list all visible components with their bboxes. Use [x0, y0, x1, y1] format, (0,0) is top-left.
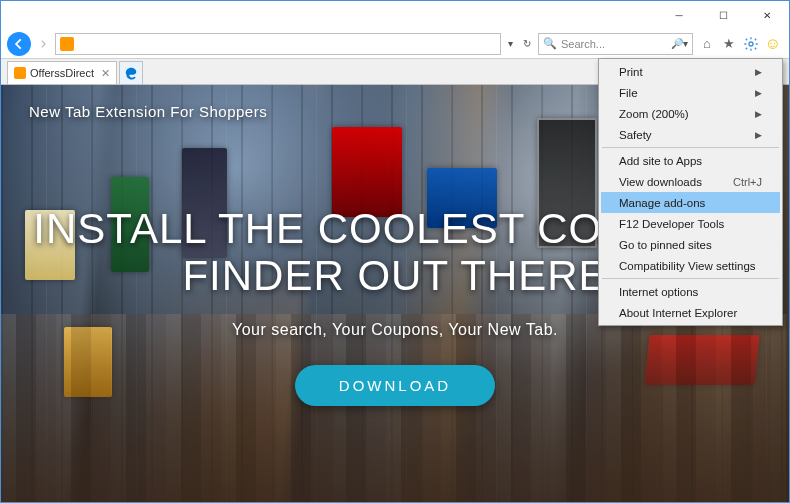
site-favicon: [60, 37, 74, 51]
navigation-bar: ▾ ↻ 🔍 Search... 🔎▾ ⌂ ★ ☺ Print▶ File▶ Zo…: [1, 29, 789, 59]
menu-f12-developer-tools[interactable]: F12 Developer Tools: [601, 213, 780, 234]
refresh-button[interactable]: ↻: [520, 38, 534, 49]
menu-zoom[interactable]: Zoom (200%)▶: [601, 103, 780, 124]
window-titlebar: ─ ☐ ✕: [1, 1, 789, 29]
menu-about-internet-explorer[interactable]: About Internet Explorer: [601, 302, 780, 323]
search-dropdown-icon[interactable]: 🔎▾: [671, 38, 688, 49]
edge-icon: [124, 66, 138, 80]
tab-title: OfferssDirect: [30, 67, 94, 79]
menu-file[interactable]: File▶: [601, 82, 780, 103]
menu-print[interactable]: Print▶: [601, 61, 780, 82]
menu-separator: [602, 278, 779, 279]
close-button[interactable]: ✕: [745, 1, 789, 29]
submenu-arrow-icon: ▶: [755, 130, 762, 140]
tools-menu: Print▶ File▶ Zoom (200%)▶ Safety▶ Add si…: [598, 58, 783, 326]
submenu-arrow-icon: ▶: [755, 67, 762, 77]
forward-button[interactable]: [35, 32, 51, 56]
maximize-button[interactable]: ☐: [701, 1, 745, 29]
subline-text: Your search, Your Coupons, Your New Tab.: [232, 321, 558, 339]
search-placeholder: Search...: [561, 38, 605, 50]
tagline-text: New Tab Extension For Shoppers: [29, 103, 267, 120]
menu-internet-options[interactable]: Internet options: [601, 281, 780, 302]
tab-favicon: [14, 67, 26, 79]
menu-compatibility-view-settings[interactable]: Compatibility View settings: [601, 255, 780, 276]
favorites-icon[interactable]: ★: [719, 34, 739, 54]
arrow-left-icon: [12, 37, 26, 51]
toolbar-icons: ⌂ ★ ☺: [697, 34, 783, 54]
arrow-right-icon: [38, 39, 48, 49]
menu-add-site-to-apps[interactable]: Add site to Apps: [601, 150, 780, 171]
shortcut-label: Ctrl+J: [733, 176, 762, 188]
minimize-button[interactable]: ─: [657, 1, 701, 29]
menu-separator: [602, 147, 779, 148]
svg-point-0: [749, 42, 753, 46]
menu-go-to-pinned-sites[interactable]: Go to pinned sites: [601, 234, 780, 255]
search-box[interactable]: 🔍 Search... 🔎▾: [538, 33, 693, 55]
search-icon: 🔍: [543, 37, 557, 50]
menu-manage-add-ons[interactable]: Manage add-ons: [601, 192, 780, 213]
submenu-arrow-icon: ▶: [755, 109, 762, 119]
tab-close-icon[interactable]: ✕: [101, 67, 110, 80]
new-tab-button[interactable]: [119, 61, 143, 84]
back-button[interactable]: [7, 32, 31, 56]
url-dropdown[interactable]: ▾: [505, 38, 516, 49]
menu-view-downloads[interactable]: View downloadsCtrl+J: [601, 171, 780, 192]
submenu-arrow-icon: ▶: [755, 88, 762, 98]
feedback-icon[interactable]: ☺: [763, 34, 783, 54]
home-icon[interactable]: ⌂: [697, 34, 717, 54]
tab-active[interactable]: OfferssDirect ✕: [7, 61, 117, 84]
menu-safety[interactable]: Safety▶: [601, 124, 780, 145]
download-button[interactable]: DOWNLOAD: [295, 365, 495, 406]
tools-icon[interactable]: [741, 34, 761, 54]
browser-window: ─ ☐ ✕ ▾ ↻ 🔍 Search... 🔎▾ ⌂ ★ ☺: [0, 0, 790, 503]
address-bar[interactable]: [55, 33, 501, 55]
